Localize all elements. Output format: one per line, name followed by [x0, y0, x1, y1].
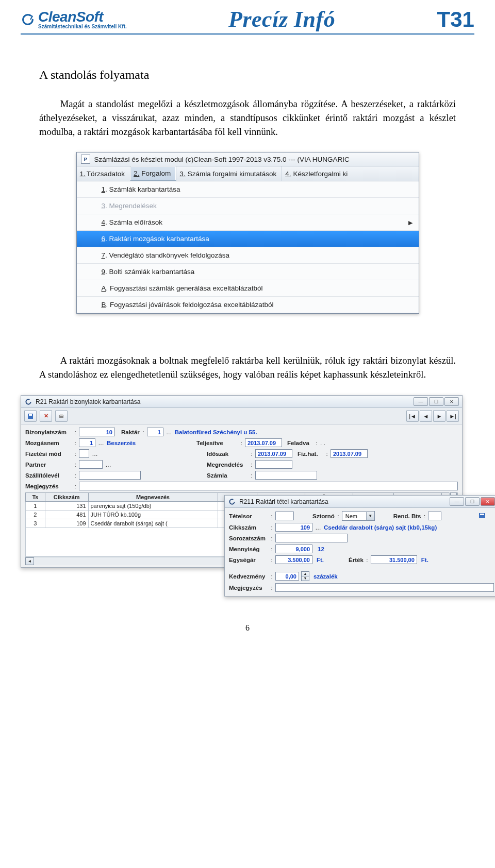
minimize-button[interactable]: — — [414, 397, 428, 406]
fizhat-field[interactable]: 2013.07.09 — [331, 449, 368, 458]
menny-field[interactable]: 9,000 — [275, 544, 312, 553]
szallito-field[interactable] — [79, 471, 141, 480]
section-heading: A standolás folyamata — [39, 68, 456, 82]
spin-down-icon: ▼ — [302, 576, 309, 581]
megjegyzes-field[interactable] — [79, 482, 458, 490]
col-header[interactable]: Ts — [26, 493, 45, 502]
screenshot-menu: P Számlázási és készlet modul (c)Clean-S… — [76, 152, 419, 314]
menubar: 1.Törzsadatok 2. Forgalom 3. Számla forg… — [77, 166, 419, 181]
r211-title: R211 Raktári tétel karbantartása — [239, 498, 447, 505]
raktar-field[interactable]: 1 — [147, 428, 163, 436]
rendbts-label: Rend. Bts — [393, 513, 421, 519]
page-header: CleanSoft Számítástechnikai és Számvitel… — [21, 6, 474, 35]
svg-rect-1 — [29, 414, 32, 416]
rendbts-field[interactable] — [428, 512, 441, 520]
idoszak-field[interactable]: 2013.07.09 — [255, 449, 292, 458]
egysegar-label: Egységár — [229, 557, 268, 563]
ft-label: Ft. — [317, 557, 324, 563]
tab-keszletforgalmi[interactable]: 4. Készletforgalmi ki — [282, 166, 353, 181]
spin-up-icon: ▲ — [302, 572, 309, 576]
menu-item-4[interactable]: 7. Vendéglátó standkönyvek feldolgozása — [77, 247, 419, 264]
teljesitve-field[interactable]: 2013.07.09 — [245, 438, 282, 447]
menu-item-7[interactable]: B. Fogyasztási jóváírások feldolgozása e… — [77, 297, 419, 313]
minimize-button[interactable]: — — [450, 497, 464, 506]
mozgasnem-label: Mozgásnem — [25, 440, 72, 446]
megj2-label: Megjegyzés — [229, 585, 268, 591]
szamla-field[interactable] — [255, 471, 317, 480]
menu-item-2[interactable]: 4. Számla előírások▶ — [77, 214, 419, 231]
cikkszam-label: Cikkszám — [229, 524, 268, 531]
ertek-field[interactable]: 31.500,00 — [371, 555, 417, 564]
menu-item-5[interactable]: 9. Bolti számlák karbantartása — [77, 264, 419, 280]
r21-titlebar[interactable]: R21 Raktári bizonylatok karbantartása — … — [21, 396, 462, 408]
sztorno-value: Nem — [342, 513, 366, 519]
tab-torzsadatok[interactable]: 1.Törzsadatok — [77, 166, 131, 181]
megrendeles-field[interactable] — [255, 460, 292, 469]
partner-field[interactable] — [79, 460, 103, 469]
nav-last-button[interactable]: ►| — [447, 410, 459, 422]
menu-item-1: 3. Megrendelések — [77, 198, 419, 214]
tab-hotkey: 4. — [285, 170, 291, 178]
logo: CleanSoft Számítástechnikai és Számvitel… — [21, 10, 127, 29]
save-button[interactable] — [24, 410, 37, 422]
r21-toolbar: ✕ |◄ ◄ ► ►| — [21, 408, 462, 424]
svg-rect-3 — [60, 414, 63, 416]
kedv-field[interactable]: 0,00 — [275, 572, 299, 581]
window-r211: R211 Raktári tétel karbantartása — ☐ ✕ T… — [224, 495, 495, 597]
fizhat-label: Fiz.hat. — [298, 451, 323, 457]
scroll-left-button[interactable]: ◄ — [25, 557, 34, 565]
szazalek-label: százalék — [314, 573, 338, 580]
megj2-field[interactable] — [275, 583, 494, 592]
spinner[interactable]: ▲ ▼ — [301, 571, 309, 581]
maximize-button[interactable]: ☐ — [429, 397, 443, 406]
nav-prev-button[interactable]: ◄ — [420, 410, 432, 422]
szamla-label: Számla — [207, 472, 248, 479]
close-button[interactable]: ✕ — [444, 397, 459, 406]
print-button[interactable] — [55, 410, 68, 422]
menu-item-0[interactable]: 1. Számlák karbantartása — [77, 181, 419, 198]
teljesitve-label: Teljesítve — [196, 440, 238, 446]
cikk-text: Cseddár darabolt (sárga) sajt (kb0,15kg) — [324, 524, 437, 531]
nav-first-button[interactable]: |◄ — [406, 410, 419, 422]
page-number: 6 — [21, 623, 474, 633]
r211-titlebar[interactable]: R211 Raktári tétel karbantartása — ☐ ✕ — [225, 496, 495, 508]
fizetesi-field[interactable] — [79, 449, 89, 458]
sztorno-dropdown[interactable]: Nem▼ — [342, 511, 375, 521]
tab-hotkey: 2. — [134, 169, 139, 177]
menu-item-6[interactable]: A. Fogyasztási számlák generálása excelt… — [77, 280, 419, 297]
feladva-text: . . — [320, 440, 325, 446]
col-header[interactable]: Cikkszám — [45, 493, 88, 502]
partner-label: Partner — [25, 462, 72, 468]
ft-label-2: Ft. — [421, 557, 428, 563]
tab-forgalom[interactable]: 2. Forgalom — [130, 166, 176, 181]
close-button[interactable]: ✕ — [481, 497, 495, 506]
tab-label: Készletforgalmi ki — [293, 170, 348, 178]
egysegar-field[interactable]: 3.500,00 — [275, 555, 312, 564]
idoszak-label: Időszak — [207, 451, 248, 457]
delete-button[interactable]: ✕ — [40, 410, 52, 422]
paragraph-1-text: Magát a standolást megelőzi a készletmoz… — [39, 99, 456, 137]
tab-label: Forgalom — [141, 169, 171, 177]
tetelsor-field[interactable] — [275, 512, 294, 520]
szallito-label: Szállítólevél — [25, 472, 72, 479]
tab-szamla-forgalmi[interactable]: 3. Számla forgalmi kimutatások — [176, 166, 282, 181]
bizonylatszam-field[interactable]: 10 — [79, 428, 115, 436]
cikkszam-field[interactable]: 109 — [275, 523, 312, 532]
menu-item-3[interactable]: 6. Raktári mozgások karbantartása — [77, 231, 419, 247]
mozgasnem-field[interactable]: 1 — [79, 438, 95, 447]
save-button[interactable] — [478, 513, 494, 520]
feladva-label: Feladva — [287, 440, 313, 446]
tab-label: Törzsadatok — [87, 170, 125, 178]
bizonylatszam-label: Bizonylatszám — [25, 429, 72, 435]
window-titlebar: P Számlázási és készlet modul (c)Clean-S… — [77, 152, 419, 166]
fizetesi-label: Fizetési mód — [25, 451, 72, 457]
sorozat-field[interactable] — [275, 534, 348, 542]
logo-subtitle: Számítástechnikai és Számviteli Kft. — [38, 24, 127, 29]
paragraph-1: Magát a standolást megelőzi a készletmoz… — [39, 97, 456, 139]
unit-text: 12 — [318, 546, 324, 552]
app-icon — [24, 398, 32, 406]
nav-next-button[interactable]: ► — [433, 410, 446, 422]
screenshot-forms: R21 Raktári bizonylatok karbantartása — … — [21, 395, 474, 609]
maximize-button[interactable]: ☐ — [465, 497, 480, 506]
col-header[interactable]: Megnevezés — [88, 493, 218, 502]
